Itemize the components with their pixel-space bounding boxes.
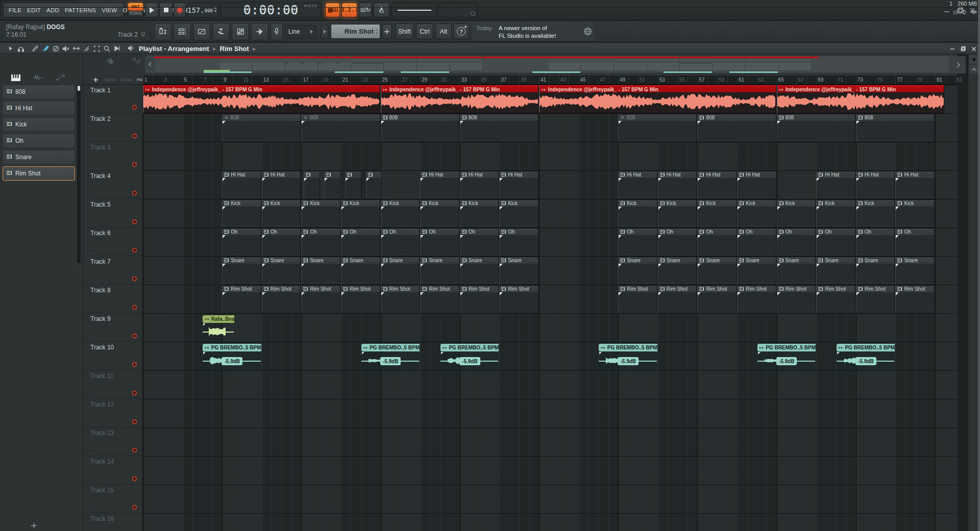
clip-audio-teal[interactable]: ↦PG BREMBO..5 BPM F#-5.9dB [598,342,657,370]
clip-pattern-kick[interactable]: Kick [895,199,935,227]
track-header-3[interactable]: Track 3··· [83,142,143,170]
clip-pattern-snare[interactable]: Snare [460,257,499,285]
browser-toggle-icon[interactable] [276,28,284,36]
clip-pattern-hi-hat[interactable]: Hi Hat [420,171,459,199]
paint-tool-button[interactable] [41,44,50,53]
clip-pattern-hi-hat[interactable]: Hi Hat [895,171,935,199]
clip-gain-badge[interactable]: -5.9dB [618,357,639,365]
clip-pattern-snare[interactable]: Snare [895,257,935,285]
picker-add-button[interactable] [28,521,39,529]
clip-pattern-rim-shot[interactable]: Rim Shot [222,285,261,313]
pattern-spinner[interactable] [375,29,378,34]
pattern-item-rim-shot[interactable]: Rim Shot [3,166,75,181]
track-header-7[interactable]: Track 7··· [83,256,143,285]
clip-pattern-rim-shot[interactable]: Rim Shot [499,285,538,313]
minimap-panel[interactable] [145,56,955,73]
clip-pattern-snare[interactable]: Snare [262,257,301,285]
clip-pattern-kick[interactable]: Kick [856,199,895,227]
record-arm-button[interactable] [132,448,137,452]
playlist-grid[interactable]: ↦Independence @jeffreypaik_ - 157 BPM G … [143,85,958,531]
clip-pattern-808[interactable]: 808 [856,114,935,142]
clip-pattern-rim-shot[interactable]: Rim Shot [262,285,301,313]
clip-pattern-rim-shot[interactable]: Rim Shot [341,285,380,313]
alt-key-button[interactable]: Alt [435,23,452,39]
picker-tab-automation[interactable] [54,72,67,83]
pattern-item-oh[interactable]: Oh [3,134,75,148]
record-arm-button[interactable] [132,476,137,481]
clip-pattern-kick[interactable]: Kick [341,199,380,227]
clip-pattern-hi-hat[interactable] [324,171,340,199]
clip-pattern-rim-shot[interactable]: Rim Shot [777,285,816,313]
clip-pattern-kick[interactable]: Kick [697,199,737,227]
clip-pattern-kick[interactable]: Kick [658,199,697,227]
playback-tool-button[interactable] [112,44,121,53]
track-header-1[interactable]: Track 1··· [83,85,143,113]
clip-pattern-rim-shot[interactable]: Rim Shot [816,285,855,313]
clip-pattern-hi-hat[interactable]: Hi Hat [737,171,776,199]
clip-pattern-oh[interactable]: Oh [262,228,301,256]
record-arm-button[interactable] [132,505,137,510]
record-arm-button[interactable] [132,105,137,110]
clip-pattern-808-muted[interactable]: ✕808 [222,114,301,142]
clip-pattern-kick[interactable]: Kick [499,199,538,227]
clip-pattern-oh[interactable]: Oh [301,228,340,256]
clip-pattern-808[interactable]: 808 [697,114,776,142]
clip-pattern-rim-shot[interactable]: Rim Shot [658,285,697,313]
clip-pattern-kick[interactable]: Kick [737,199,776,227]
clip-pattern-oh[interactable]: Oh [222,228,261,256]
clip-pattern-snare[interactable]: Snare [697,257,737,285]
clip-pattern-snare[interactable]: Snare [301,257,340,285]
mute-tool-button[interactable] [61,44,70,53]
record-arm-button[interactable] [132,191,137,195]
clip-pattern-kick[interactable]: Kick [262,199,301,227]
clip-audio-teal[interactable]: ↦PG BREMBO..5 BPM F#-5.9dB [361,342,420,370]
clip-gain-badge[interactable]: -5.9dB [459,357,480,365]
clip-pattern-808-muted[interactable]: ✕808 [301,114,380,142]
clip-pattern-oh[interactable]: Oh [658,228,697,256]
clip-audio-green[interactable]: ↦Rafa..Beat [202,314,234,342]
track-header-8[interactable]: Track 8··· [83,285,143,313]
track-header-10[interactable]: Track 10··· [83,342,143,370]
piano-roll-button[interactable] [212,23,230,40]
add-track-button[interactable] [91,75,100,84]
clip-pattern-rim-shot[interactable]: Rim Shot [460,285,499,313]
picker-tab-patterns[interactable] [9,72,22,83]
record-arm-button[interactable] [132,134,137,138]
track-header-11[interactable]: Track 11··· [83,370,143,399]
clip-pattern-snare[interactable]: Snare [777,257,816,285]
track-header-14[interactable]: Track 14··· [83,456,143,485]
track-header-13[interactable]: Track 13··· [83,427,143,456]
ctrl-key-button[interactable]: Ctrl [416,23,433,39]
clip-pattern-kick[interactable]: Kick [460,199,499,227]
clip-pattern-snare[interactable]: Snare [737,257,776,285]
picker-scrollbar[interactable] [77,85,81,263]
clip-audio-teal[interactable]: ↦PG BREMBO..5 BPM F#-5.9dB [836,342,895,370]
track-header-5[interactable]: Track 5··· [83,199,143,227]
playlist-minimap[interactable] [143,54,958,75]
record-arm-button[interactable] [132,248,137,252]
record-arm-button[interactable] [132,334,137,338]
pattern-list-button[interactable] [174,23,191,40]
clip-gain-badge[interactable]: -5.9dB [855,357,876,365]
track-header-12[interactable]: Track 12··· [83,399,143,427]
clip-pattern-hi-hat[interactable] [345,171,361,199]
update-notification[interactable]: Today A newer version ofFL Studio is ava… [472,22,595,41]
clip-pattern-hi-hat[interactable] [304,171,320,199]
clip-pattern-snare[interactable]: Snare [658,257,697,285]
clip-pattern-oh[interactable]: Oh [697,228,737,256]
slice-tool-button[interactable] [82,44,91,53]
shift-key-button[interactable]: Shift [395,23,414,39]
track-header-2[interactable]: Track 2··· [83,113,143,142]
playlist-menu-button[interactable] [6,44,15,53]
record-arm-button[interactable] [132,219,137,224]
step-sequencer-button[interactable] [193,23,210,40]
pattern-item-kick[interactable]: Kick [3,117,75,132]
clip-pattern-rim-shot[interactable]: Rim Shot [737,285,776,313]
clip-pattern-kick[interactable]: Kick [222,199,261,227]
picked-pattern-icon[interactable] [132,57,141,65]
timeline-ruler[interactable]: 1357911131517192123252729313335373941434… [143,75,958,85]
clip-pattern-hi-hat[interactable] [366,171,382,199]
draw-tool-button[interactable] [31,44,40,53]
window-maximize-button[interactable] [955,6,965,14]
record-arm-button[interactable] [132,362,137,367]
